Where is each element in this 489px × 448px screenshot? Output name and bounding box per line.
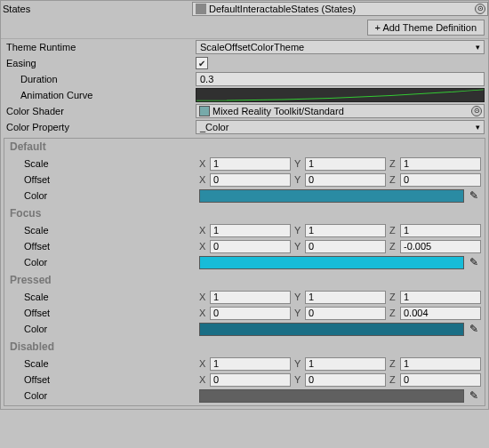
scale-x-input[interactable]: 1 xyxy=(210,291,291,304)
color-label: Color xyxy=(8,390,199,401)
axis-z-label: Z xyxy=(389,225,400,236)
eyedropper-icon[interactable]: ✎ xyxy=(467,389,481,402)
eyedropper-icon[interactable]: ✎ xyxy=(467,256,481,268)
offset-label: Offset xyxy=(8,174,199,185)
scale-label: Scale xyxy=(8,158,199,169)
eyedropper-icon[interactable]: ✎ xyxy=(467,189,481,202)
axis-y-label: Y xyxy=(294,358,305,369)
object-picker-icon[interactable]: ⊙ xyxy=(471,106,482,116)
axis-y-label: Y xyxy=(294,158,305,169)
axis-y-label: Y xyxy=(294,174,305,185)
axis-x-label: X xyxy=(199,225,210,236)
asset-icon xyxy=(196,4,206,14)
scale-y-input[interactable]: 1 xyxy=(305,224,386,237)
axis-z-label: Z xyxy=(389,358,400,369)
scale-z-input[interactable]: 1 xyxy=(400,157,481,171)
state-header-focus: Focus xyxy=(4,205,485,222)
axis-z-label: Z xyxy=(389,241,400,252)
color-shader-label: Color Shader xyxy=(4,106,196,116)
axis-z-label: Z xyxy=(389,308,400,318)
animation-curve-label: Animation Curve xyxy=(4,90,196,100)
easing-label: Easing xyxy=(4,58,196,68)
dropdown-caret-icon: ▾ xyxy=(476,43,480,52)
theme-runtime-label: Theme Runtime xyxy=(4,42,196,52)
states-value: DefaultInteractableStates (States) xyxy=(209,4,356,14)
scale-z-input[interactable]: 1 xyxy=(400,291,481,304)
dropdown-caret-icon: ▾ xyxy=(476,123,480,132)
theme-runtime-value: ScaleOffsetColorTheme xyxy=(200,42,304,52)
offset-label: Offset xyxy=(8,308,199,318)
state-header-default: Default xyxy=(4,139,485,156)
color-swatch[interactable] xyxy=(199,189,464,203)
offset-y-input[interactable]: 0 xyxy=(305,307,386,320)
offset-label: Offset xyxy=(8,374,199,385)
axis-x-label: X xyxy=(199,241,210,252)
color-label: Color xyxy=(8,257,199,268)
scale-y-input[interactable]: 1 xyxy=(305,291,386,304)
scale-z-input[interactable]: 1 xyxy=(400,357,481,371)
axis-y-label: Y xyxy=(294,374,305,385)
color-property-value: _Color xyxy=(200,122,228,132)
axis-x-label: X xyxy=(199,374,210,385)
scale-x-input[interactable]: 1 xyxy=(210,157,291,171)
axis-x-label: X xyxy=(199,308,210,318)
scale-x-input[interactable]: 1 xyxy=(210,224,291,237)
scale-x-input[interactable]: 1 xyxy=(210,357,291,371)
offset-x-input[interactable]: 0 xyxy=(210,173,291,187)
color-label: Color xyxy=(8,324,199,334)
axis-x-label: X xyxy=(199,158,210,169)
color-swatch[interactable] xyxy=(199,256,464,269)
state-header-pressed: Pressed xyxy=(4,272,485,289)
offset-z-input[interactable]: 0 xyxy=(400,373,481,387)
color-swatch[interactable] xyxy=(199,323,464,336)
eyedropper-icon[interactable]: ✎ xyxy=(467,323,481,335)
offset-x-input[interactable]: 0 xyxy=(210,373,291,387)
duration-input[interactable]: 0.3 xyxy=(196,72,485,86)
axis-y-label: Y xyxy=(294,292,305,302)
axis-z-label: Z xyxy=(389,292,400,302)
offset-z-input[interactable]: -0.005 xyxy=(400,240,481,253)
offset-y-input[interactable]: 0 xyxy=(305,373,386,387)
easing-checkbox[interactable]: ✔ xyxy=(196,57,208,69)
offset-x-input[interactable]: 0 xyxy=(210,240,291,253)
scale-z-input[interactable]: 1 xyxy=(400,224,481,237)
axis-y-label: Y xyxy=(294,241,305,252)
states-label: States xyxy=(1,4,192,14)
scale-label: Scale xyxy=(8,225,199,236)
axis-z-label: Z xyxy=(389,374,400,385)
duration-label: Duration xyxy=(4,74,196,84)
offset-label: Offset xyxy=(8,241,199,252)
color-shader-field[interactable]: Mixed Reality Toolkit/Standard ⊙ xyxy=(196,104,485,118)
scale-y-input[interactable]: 1 xyxy=(305,357,386,371)
color-property-label: Color Property xyxy=(4,122,196,132)
object-picker-icon[interactable]: ⊙ xyxy=(475,4,485,14)
axis-y-label: Y xyxy=(294,225,305,236)
offset-y-input[interactable]: 0 xyxy=(305,240,386,253)
color-property-dropdown[interactable]: _Color ▾ xyxy=(196,120,485,134)
offset-z-input[interactable]: 0.004 xyxy=(400,307,481,320)
axis-y-label: Y xyxy=(294,308,305,318)
animation-curve-field[interactable] xyxy=(196,88,485,102)
color-label: Color xyxy=(8,190,199,201)
axis-x-label: X xyxy=(199,358,210,369)
axis-z-label: Z xyxy=(389,158,400,169)
duration-value: 0.3 xyxy=(200,74,213,84)
state-header-disabled: Disabled xyxy=(4,339,485,356)
axis-z-label: Z xyxy=(389,174,400,185)
theme-runtime-dropdown[interactable]: ScaleOffsetColorTheme ▾ xyxy=(196,40,485,54)
states-object-field[interactable]: DefaultInteractableStates (States) ⊙ xyxy=(192,2,488,16)
add-theme-definition-label: + Add Theme Definition xyxy=(375,22,477,33)
scale-label: Scale xyxy=(8,292,199,302)
color-shader-value: Mixed Reality Toolkit/Standard xyxy=(212,106,344,116)
shader-icon xyxy=(199,106,210,116)
scale-label: Scale xyxy=(8,358,199,369)
color-swatch[interactable] xyxy=(199,389,464,403)
offset-y-input[interactable]: 0 xyxy=(305,173,386,187)
axis-x-label: X xyxy=(199,174,210,185)
scale-y-input[interactable]: 1 xyxy=(305,157,386,171)
add-theme-definition-button[interactable]: + Add Theme Definition xyxy=(367,20,485,36)
offset-x-input[interactable]: 0 xyxy=(210,307,291,320)
offset-z-input[interactable]: 0 xyxy=(400,173,481,187)
axis-x-label: X xyxy=(199,292,210,302)
